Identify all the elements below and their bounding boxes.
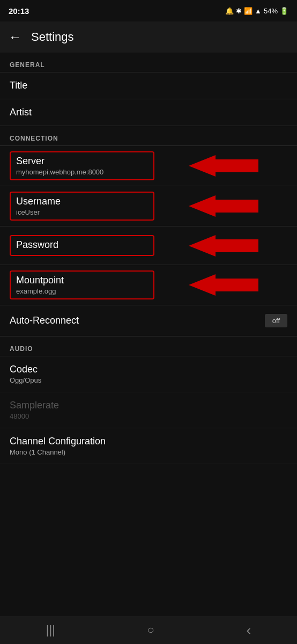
mountpoint-label: Mountpoint xyxy=(16,275,148,286)
settings-item-codec[interactable]: Codec Ogg/Opus xyxy=(0,356,297,392)
server-arrow-container xyxy=(154,154,287,178)
settings-content: GENERAL Title Artist CONNECTION Server m… xyxy=(0,53,297,492)
codec-label: Codec xyxy=(10,364,287,375)
settings-item-auto-reconnect[interactable]: Auto-Reconnect off xyxy=(0,305,297,336)
svg-marker-0 xyxy=(189,155,258,177)
settings-item-title[interactable]: Title xyxy=(0,72,297,99)
nav-bar: ||| ○ ‹ xyxy=(0,616,297,644)
settings-item-samplerate: Samplerate 48000 xyxy=(0,392,297,428)
wifi-icon: 📶 xyxy=(244,7,253,15)
channel-config-label: Channel Configuration xyxy=(10,436,287,447)
settings-item-server[interactable]: Server myhomepi.webhop.me:8000 xyxy=(0,146,297,186)
svg-marker-2 xyxy=(189,235,258,257)
alarm-icon: 🔔 xyxy=(225,7,234,15)
section-header-audio: AUDIO xyxy=(0,336,297,356)
battery-indicator: 54% xyxy=(264,7,278,15)
home-icon[interactable]: ○ xyxy=(147,623,154,637)
signal-icon: ▲ xyxy=(255,7,262,15)
server-value: myhomepi.webhop.me:8000 xyxy=(16,168,148,176)
artist-label: Artist xyxy=(10,107,287,118)
settings-item-artist[interactable]: Artist xyxy=(0,99,297,126)
settings-item-channel-config[interactable]: Channel Configuration Mono (1 Channel) xyxy=(0,428,297,464)
settings-item-username[interactable]: Username iceUser xyxy=(0,186,297,226)
server-input-box[interactable]: Server myhomepi.webhop.me:8000 xyxy=(10,151,154,180)
page-title: Settings xyxy=(31,30,74,44)
mountpoint-input-box[interactable]: Mountpoint example.ogg xyxy=(10,270,154,299)
auto-reconnect-toggle[interactable]: off xyxy=(265,314,287,327)
password-arrow-container xyxy=(154,234,287,258)
settings-item-mountpoint[interactable]: Mountpoint example.ogg xyxy=(0,265,297,305)
mountpoint-value: example.ogg xyxy=(16,287,148,295)
password-arrow-icon xyxy=(189,234,258,258)
samplerate-value: 48000 xyxy=(10,412,287,420)
status-bar: 20:13 🔔 ✱ 📶 ▲ 54% 🔋 xyxy=(0,0,297,21)
mountpoint-arrow-icon xyxy=(189,273,258,297)
password-label: Password xyxy=(16,239,148,251)
mountpoint-arrow-container xyxy=(154,273,287,297)
channel-config-value: Mono (1 Channel) xyxy=(10,448,287,456)
password-input-box[interactable]: Password xyxy=(10,235,154,256)
settings-item-password[interactable]: Password xyxy=(0,226,297,265)
username-arrow-container xyxy=(154,194,287,218)
server-label: Server xyxy=(16,156,148,167)
auto-reconnect-label: Auto-Reconnect xyxy=(10,315,79,326)
back-button[interactable]: ← xyxy=(9,30,21,45)
bluetooth-icon: ✱ xyxy=(236,7,242,15)
username-value: iceUser xyxy=(16,208,148,216)
codec-value: Ogg/Opus xyxy=(10,376,287,384)
back-icon[interactable]: ‹ xyxy=(247,622,251,639)
username-input-box[interactable]: Username iceUser xyxy=(10,192,154,221)
recent-apps-icon[interactable]: ||| xyxy=(46,623,55,637)
title-label: Title xyxy=(10,80,287,91)
section-header-connection: CONNECTION xyxy=(0,126,297,145)
username-arrow-icon xyxy=(189,194,258,218)
svg-marker-1 xyxy=(189,195,258,217)
section-header-general: GENERAL xyxy=(0,53,297,72)
server-arrow-icon xyxy=(189,154,258,178)
status-time: 20:13 xyxy=(9,6,29,16)
status-icons: 🔔 ✱ 📶 ▲ 54% 🔋 xyxy=(225,7,288,15)
app-bar: ← Settings xyxy=(0,21,297,53)
samplerate-label: Samplerate xyxy=(10,400,287,411)
battery-icon: 🔋 xyxy=(280,7,288,15)
svg-marker-3 xyxy=(189,274,258,296)
username-label: Username xyxy=(16,196,148,207)
